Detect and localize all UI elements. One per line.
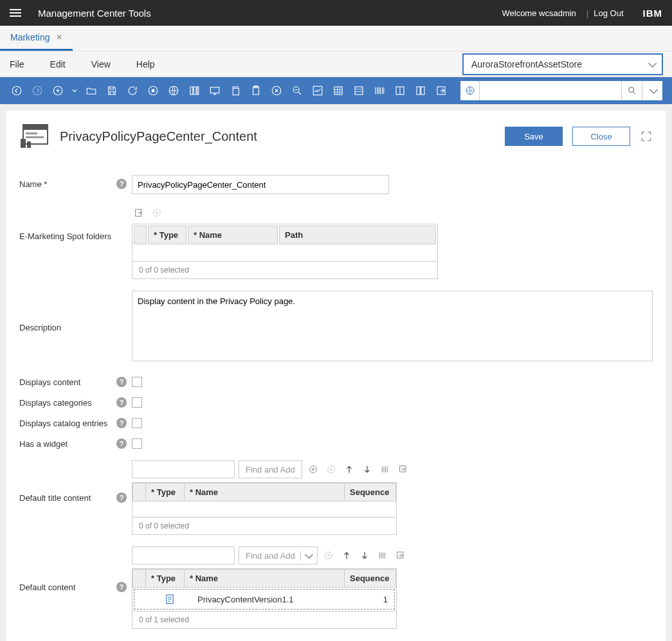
displays-categories-checkbox[interactable] bbox=[132, 397, 142, 408]
columns-config-icon[interactable] bbox=[376, 548, 390, 563]
description-label: Description bbox=[19, 323, 61, 332]
svg-point-23 bbox=[628, 87, 633, 93]
remove-circle-icon[interactable] bbox=[150, 206, 164, 220]
menu-edit[interactable]: Edit bbox=[50, 59, 66, 69]
columns-config-icon[interactable] bbox=[378, 462, 392, 476]
layout1-icon[interactable] bbox=[393, 84, 407, 98]
find-input-title[interactable] bbox=[132, 460, 235, 478]
close-button[interactable]: Close bbox=[572, 127, 630, 146]
expand-icon[interactable] bbox=[640, 130, 653, 143]
app-title: Management Center Tools bbox=[38, 8, 151, 19]
col-type[interactable]: * Type bbox=[148, 226, 186, 244]
ibm-logo: IBM bbox=[643, 8, 663, 19]
find-and-add-button[interactable]: Find and Add bbox=[239, 460, 302, 478]
search-input[interactable] bbox=[480, 81, 621, 100]
has-widget-label: Has a widget bbox=[19, 439, 68, 449]
svg-rect-6 bbox=[190, 87, 193, 95]
new-dropdown-icon[interactable] bbox=[71, 84, 78, 98]
page-title: PrivacyPolicyPageCenter_Content bbox=[60, 129, 495, 144]
copy-icon[interactable] bbox=[228, 84, 242, 98]
arrow-up-icon[interactable] bbox=[340, 548, 354, 563]
help-icon[interactable]: ? bbox=[116, 438, 127, 449]
col-name[interactable]: * Name bbox=[185, 483, 345, 501]
search-globe-icon[interactable] bbox=[460, 81, 480, 100]
arrow-down-icon[interactable] bbox=[360, 462, 374, 476]
row-sequence: 1 bbox=[343, 595, 394, 604]
search-box bbox=[460, 81, 662, 100]
open-folder-icon[interactable] bbox=[84, 84, 98, 98]
remove-circle-icon[interactable] bbox=[322, 548, 336, 563]
svg-point-1 bbox=[33, 86, 42, 95]
save-icon[interactable] bbox=[105, 84, 119, 98]
save-button[interactable]: Save bbox=[505, 127, 563, 146]
chart-icon[interactable] bbox=[311, 84, 325, 98]
col-seq[interactable]: Sequence bbox=[345, 483, 396, 501]
zoom-out-icon[interactable] bbox=[290, 84, 304, 98]
col-type[interactable]: * Type bbox=[146, 570, 185, 588]
col-type[interactable]: * Type bbox=[146, 483, 185, 501]
svg-rect-26 bbox=[26, 132, 37, 134]
svg-rect-8 bbox=[197, 87, 199, 95]
help-icon[interactable]: ? bbox=[116, 377, 127, 387]
back-icon[interactable] bbox=[10, 84, 24, 98]
store-selected-label: AuroraStorefrontAssetStore bbox=[471, 59, 582, 69]
has-widget-checkbox[interactable] bbox=[132, 438, 142, 449]
tab-bar: Marketing ✕ bbox=[0, 26, 672, 51]
svg-rect-27 bbox=[26, 136, 44, 138]
logout-link[interactable]: Log Out bbox=[594, 8, 623, 18]
table-row[interactable]: PrivacyContentVersion1.1 1 bbox=[134, 589, 395, 609]
add-circle-icon[interactable] bbox=[306, 462, 320, 476]
arrow-down-icon[interactable] bbox=[358, 548, 372, 563]
help-icon[interactable]: ? bbox=[116, 418, 127, 428]
help-icon[interactable]: ? bbox=[116, 582, 127, 592]
screen-icon[interactable] bbox=[208, 84, 222, 98]
delete-circle-icon[interactable] bbox=[269, 84, 284, 98]
search-dropdown[interactable] bbox=[642, 81, 662, 100]
displays-catalog-label: Displays catalog entries bbox=[19, 419, 107, 428]
espot-footer: 0 of 0 selected bbox=[132, 261, 437, 278]
help-icon[interactable]: ? bbox=[116, 179, 127, 189]
forward-icon[interactable] bbox=[30, 84, 44, 98]
columns-icon[interactable] bbox=[187, 84, 201, 98]
grid-icon[interactable] bbox=[331, 84, 345, 98]
name-field[interactable] bbox=[132, 175, 389, 194]
arrow-up-icon[interactable] bbox=[342, 462, 356, 476]
help-icon[interactable]: ? bbox=[116, 397, 127, 408]
displays-content-checkbox[interactable] bbox=[132, 377, 142, 387]
popout-icon[interactable] bbox=[396, 462, 410, 476]
find-input-content[interactable] bbox=[132, 546, 235, 564]
new-icon[interactable] bbox=[51, 84, 65, 98]
tab-marketing[interactable]: Marketing ✕ bbox=[0, 25, 73, 51]
close-icon[interactable]: ✕ bbox=[56, 33, 62, 42]
globe-icon[interactable] bbox=[167, 84, 181, 98]
menu-help[interactable]: Help bbox=[136, 59, 155, 69]
refresh-icon[interactable] bbox=[125, 84, 140, 98]
svg-rect-28 bbox=[21, 139, 26, 148]
menu-file[interactable]: File bbox=[10, 59, 24, 69]
displays-catalog-checkbox[interactable] bbox=[132, 418, 142, 428]
col-path[interactable]: Path bbox=[279, 226, 436, 244]
help-icon[interactable]: ? bbox=[116, 492, 127, 503]
col-name[interactable]: * Name bbox=[185, 570, 345, 588]
remove-circle-icon[interactable] bbox=[324, 462, 338, 476]
col-name[interactable]: * Name bbox=[188, 226, 278, 244]
search-icon[interactable] bbox=[621, 81, 642, 100]
name-label: Name * bbox=[19, 179, 47, 189]
layout2-icon[interactable] bbox=[413, 84, 428, 98]
export-icon[interactable] bbox=[434, 84, 448, 98]
svg-rect-19 bbox=[417, 87, 420, 95]
insert-icon[interactable] bbox=[132, 206, 146, 220]
table-icon[interactable] bbox=[352, 84, 366, 98]
popout-icon[interactable] bbox=[394, 548, 408, 563]
svg-rect-4 bbox=[152, 89, 155, 93]
svg-point-0 bbox=[12, 86, 21, 95]
description-field[interactable] bbox=[132, 291, 653, 361]
store-selector[interactable]: AuroraStorefrontAssetStore bbox=[463, 54, 662, 75]
find-and-add-dropdown[interactable]: Find and Add bbox=[239, 546, 318, 564]
col-seq[interactable]: Sequence bbox=[345, 570, 396, 588]
menu-view[interactable]: View bbox=[91, 59, 111, 69]
hamburger-menu[interactable] bbox=[10, 5, 25, 21]
paste-icon[interactable] bbox=[249, 84, 263, 98]
stop-icon[interactable] bbox=[146, 84, 160, 98]
barcode-icon[interactable] bbox=[372, 84, 386, 98]
